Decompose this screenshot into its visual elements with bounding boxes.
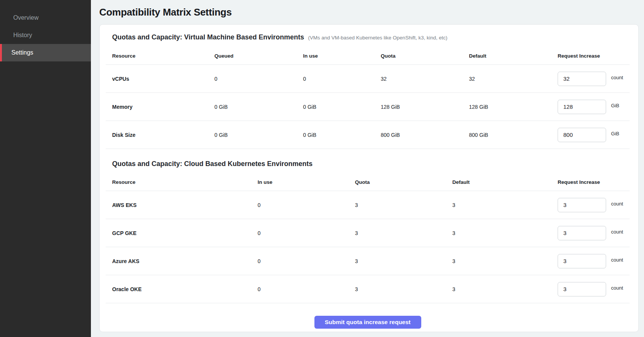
table-row-oracle-oke: Oracle OKE 0 3 3 count [106,275,630,303]
vm-section-heading: Quotas and Capacity: Virtual Machine Bas… [112,32,630,43]
resource-name: Azure AKS [106,258,258,264]
page-title: Compatibility Matrix Settings [99,6,644,18]
column-header-request-increase: Request Increase [558,179,630,185]
aws-eks-request-input[interactable] [558,198,606,212]
gcp-gke-request-input[interactable] [558,226,606,240]
unit-label: GiB [611,131,619,136]
cloud-section-heading: Quotas and Capacity: Cloud Based Kuberne… [112,159,630,169]
in-use-value: 0 [258,230,355,236]
resource-name: vCPUs [106,76,214,82]
column-header-queued: Queued [214,53,303,59]
column-header-resource: Resource [106,53,214,59]
unit-label: count [611,75,623,80]
cloud-section-title: Quotas and Capacity: Cloud Based Kuberne… [112,160,313,168]
vm-table-header-row: Resource Queued In use Quota Default Req… [106,47,630,65]
table-row-gcp-gke: GCP GKE 0 3 3 count [106,219,630,247]
resource-name: AWS EKS [106,202,258,208]
queued-value: 0 [214,76,303,82]
column-header-default: Default [469,53,558,59]
request-increase-cell: GiB [558,128,630,142]
table-row-azure-aks: Azure AKS 0 3 3 count [106,247,630,275]
table-row-vcpus: vCPUs 0 0 32 32 count [106,65,630,93]
settings-card: Quotas and Capacity: Virtual Machine Bas… [99,24,639,332]
default-value: 3 [452,202,558,208]
default-value: 32 [469,76,558,82]
table-row-memory: Memory 0 GiB 0 GiB 128 GiB 128 GiB GiB [106,93,630,121]
default-value: 800 GiB [469,132,558,138]
column-header-request-increase: Request Increase [558,53,630,59]
request-increase-cell: count [558,254,630,268]
column-header-quota: Quota [355,179,452,185]
sidebar-item-history[interactable]: History [0,27,91,44]
azure-aks-request-input[interactable] [558,254,606,268]
request-increase-cell: count [558,72,630,86]
quota-value: 800 GiB [381,132,469,138]
quota-value: 3 [355,258,452,264]
table-row-aws-eks: AWS EKS 0 3 3 count [106,191,630,219]
in-use-value: 0 GiB [303,104,381,110]
vm-quota-table: Resource Queued In use Quota Default Req… [106,47,630,149]
resource-name: GCP GKE [106,230,258,236]
cloud-table-header-row: Resource In use Quota Default Request In… [106,174,630,191]
table-row-disk-size: Disk Size 0 GiB 0 GiB 800 GiB 800 GiB Gi… [106,121,630,149]
quota-value: 3 [355,202,452,208]
quota-value: 32 [381,76,469,82]
sidebar-item-history-label: History [13,32,32,39]
default-value: 3 [452,286,558,292]
request-increase-cell: count [558,198,630,212]
column-header-in-use: In use [303,53,381,59]
app-window: Overview History Settings Compatibility … [0,0,644,337]
unit-label: count [611,229,623,235]
in-use-value: 0 [258,258,355,264]
unit-label: count [611,285,623,291]
sidebar-item-settings[interactable]: Settings [0,44,91,61]
queued-value: 0 GiB [214,132,303,138]
column-header-default: Default [452,179,558,185]
resource-name: Memory [106,104,214,110]
disk-size-request-input[interactable] [558,128,606,142]
resource-name: Disk Size [106,132,214,138]
button-row: Submit quota increase request [106,316,630,329]
queued-value: 0 GiB [214,104,303,110]
column-header-resource: Resource [106,179,258,185]
in-use-value: 0 [303,76,381,82]
resource-name: Oracle OKE [106,286,258,292]
in-use-value: 0 [258,286,355,292]
unit-label: GiB [611,103,619,108]
sidebar-item-overview-label: Overview [13,14,39,21]
default-value: 3 [452,258,558,264]
in-use-value: 0 [258,202,355,208]
request-increase-cell: GiB [558,100,630,114]
quota-value: 3 [355,230,452,236]
vm-section-title: Quotas and Capacity: Virtual Machine Bas… [112,33,304,41]
vcpus-request-input[interactable] [558,72,606,86]
quota-value: 128 GiB [381,104,469,110]
request-increase-cell: count [558,226,630,240]
request-increase-cell: count [558,282,630,296]
cloud-quota-table: Resource In use Quota Default Request In… [106,174,630,303]
oracle-oke-request-input[interactable] [558,282,606,296]
default-value: 128 GiB [469,104,558,110]
sidebar-item-settings-label: Settings [11,49,33,56]
quota-value: 3 [355,286,452,292]
sidebar: Overview History Settings [0,0,91,337]
sidebar-item-overview[interactable]: Overview [0,9,91,27]
unit-label: count [611,257,623,263]
column-header-in-use: In use [258,179,355,185]
default-value: 3 [452,230,558,236]
column-header-quota: Quota [381,53,469,59]
in-use-value: 0 GiB [303,132,381,138]
main-content: Compatibility Matrix Settings Quotas and… [91,0,644,337]
vm-section-subtitle: (VMs and VM-based Kubernetes like OpenSh… [308,35,447,41]
submit-quota-increase-button[interactable]: Submit quota increase request [314,316,421,329]
memory-request-input[interactable] [558,100,606,114]
unit-label: count [611,201,623,207]
